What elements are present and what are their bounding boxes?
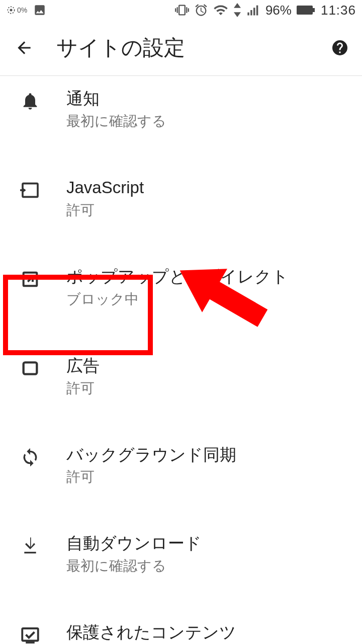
setting-sub: 許可 — [66, 201, 144, 220]
setting-protected-content[interactable]: 保護されたコンテンツ 許可 — [0, 610, 362, 644]
svg-marker-3 — [234, 12, 241, 17]
svg-point-1 — [10, 9, 13, 12]
data-saver-icon: 0% — [6, 5, 27, 15]
svg-rect-9 — [313, 8, 315, 12]
setting-ads[interactable]: 広告 許可 — [0, 343, 362, 410]
svg-rect-5 — [250, 10, 252, 16]
page-title: サイトの設定 — [56, 34, 328, 62]
setting-title: 保護されたコンテンツ — [66, 622, 236, 643]
setting-sub: 許可 — [66, 379, 100, 398]
svg-rect-7 — [256, 6, 258, 16]
setting-sub: ブロック中 — [66, 290, 289, 309]
app-bar: サイトの設定 — [0, 20, 362, 76]
wifi-icon — [213, 3, 228, 18]
svg-rect-12 — [24, 362, 37, 374]
battery-pct: 96% — [265, 3, 292, 18]
setting-title: JavaScript — [66, 177, 144, 199]
setting-title: 広告 — [66, 355, 100, 377]
back-button[interactable] — [12, 36, 36, 60]
svg-rect-13 — [22, 628, 38, 641]
alarm-icon — [194, 3, 208, 17]
svg-rect-8 — [297, 6, 313, 15]
sync-icon — [14, 444, 46, 467]
clock-text: 11:36 — [321, 3, 356, 18]
setting-title: バックグラウンド同期 — [66, 444, 236, 466]
setting-title: ポップアップとリダイレクト — [66, 266, 289, 288]
status-bar: 0% — [0, 0, 362, 20]
javascript-icon — [14, 177, 46, 200]
svg-rect-6 — [253, 8, 255, 15]
vibrate-icon — [175, 3, 189, 17]
setting-sub: 許可 — [66, 467, 236, 487]
setting-title: 通知 — [66, 88, 166, 110]
battery-icon — [297, 5, 316, 16]
popup-icon — [14, 266, 46, 289]
settings-list: 通知 最初に確認する JavaScript 許可 ポップアップとリダイレク — [0, 76, 362, 644]
help-button[interactable] — [328, 36, 352, 60]
data-saver-pct: 0% — [17, 6, 27, 14]
signal-icon — [246, 3, 260, 17]
setting-auto-download[interactable]: 自動ダウンロード 最初に確認する — [0, 521, 362, 588]
updown-icon — [233, 3, 241, 17]
picture-icon — [33, 4, 46, 17]
svg-marker-2 — [234, 3, 241, 8]
setting-sub: 最初に確認する — [66, 556, 202, 576]
download-icon — [14, 533, 46, 556]
setting-background-sync[interactable]: バックグラウンド同期 許可 — [0, 432, 362, 499]
ads-icon — [14, 355, 46, 378]
setting-notifications[interactable]: 通知 最初に確認する — [0, 76, 362, 143]
setting-popups[interactable]: ポップアップとリダイレクト ブロック中 — [0, 254, 362, 321]
svg-rect-4 — [247, 13, 249, 16]
setting-title: 自動ダウンロード — [66, 533, 202, 554]
setting-sub: 最初に確認する — [66, 112, 166, 131]
setting-javascript[interactable]: JavaScript 許可 — [0, 165, 362, 232]
bell-icon — [14, 88, 46, 111]
protected-content-icon — [14, 622, 46, 644]
